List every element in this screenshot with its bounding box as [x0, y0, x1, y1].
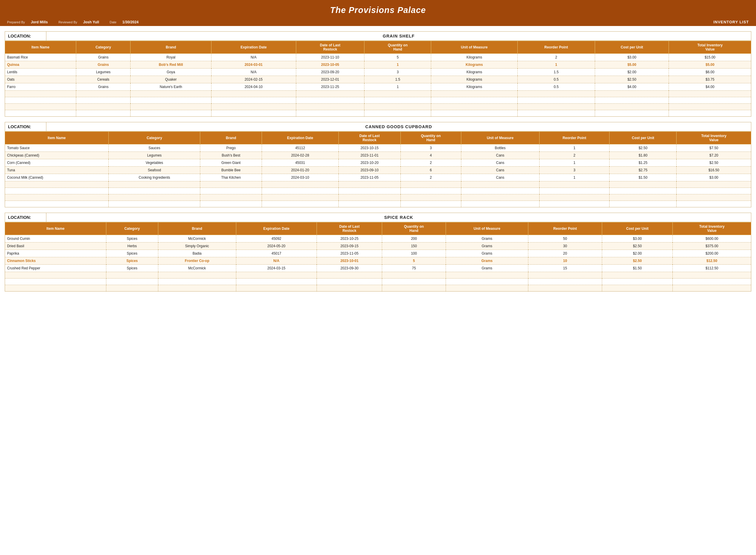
empty-row: [5, 188, 751, 195]
empty-cell-1-8: [602, 279, 673, 285]
empty-row: [5, 91, 751, 97]
cell-2-4: 2023-09-20: [296, 69, 364, 76]
table-row: OatsCerealsQuaker2024-02-152023-12-011.5…: [5, 76, 751, 83]
col-header-7: Reorder Point: [539, 132, 610, 144]
cell-1-7: 30: [528, 243, 602, 250]
col-header-4: Date of LastRestock: [317, 222, 382, 235]
cell-4-1: Cooking Ingredients: [109, 174, 200, 181]
empty-cell-2-6: [461, 195, 539, 201]
empty-cell-1-0: [5, 279, 106, 285]
cell-1-1: Herbs: [106, 243, 158, 250]
col-header-1: Category: [106, 222, 158, 235]
cell-2-7: 20: [528, 250, 602, 257]
date-value: 1/30/2024: [122, 20, 138, 24]
empty-cell-1-3: [211, 97, 296, 104]
cell-0-9: $600.00: [673, 235, 751, 243]
empty-cell-2-9: [673, 285, 751, 292]
empty-row: [5, 272, 751, 279]
empty-cell-2-1: [109, 195, 200, 201]
section-title-row-2: LOCATION:SPICE RACK: [5, 213, 751, 222]
cell-3-7: 10: [528, 257, 602, 265]
empty-cell-1-5: [400, 188, 461, 195]
empty-cell-1-6: [431, 97, 518, 104]
empty-cell-3-7: [518, 110, 595, 117]
cell-3-4: 2023-12-01: [296, 76, 364, 83]
prepared-by-label: Prepared By: [7, 20, 25, 24]
empty-cell-2-8: [610, 195, 676, 201]
empty-cell-1-5: [382, 279, 446, 285]
cell-3-5: 1.5: [364, 76, 431, 83]
inventory-table-1: Item NameCategoryBrandExpiration DateDat…: [5, 131, 751, 207]
cell-1-0: Chickpeas (Canned): [5, 152, 109, 159]
empty-cell-0-2: [158, 272, 236, 279]
cell-4-4: 2023-11-25: [296, 83, 364, 91]
empty-cell-1-0: [5, 188, 109, 195]
subheader: Prepared By Jord Mills Reviewed By Josh …: [0, 18, 756, 26]
cell-1-8: $5.00: [595, 61, 669, 69]
empty-cell-3-2: [200, 201, 262, 207]
cell-4-3: 2024-03-15: [236, 265, 317, 272]
cell-3-0: Tuna: [5, 167, 109, 174]
cell-0-1: Grains: [76, 54, 131, 61]
cell-2-8: $2.00: [602, 250, 673, 257]
section-title-row-1: LOCATION:CANNED GOODS CUPBOARD: [5, 122, 751, 131]
table-row: TunaSeafoodBumble Bee2024-01-202023-09-1…: [5, 167, 751, 174]
table-row: Tomato SauceSaucesPrego451122023-10-153B…: [5, 144, 751, 152]
empty-cell-0-6: [446, 272, 528, 279]
empty-cell-2-8: [595, 104, 669, 110]
cell-0-2: Royal: [131, 54, 211, 61]
cell-1-0: Dried Basil: [5, 243, 106, 250]
cell-0-3: 45112: [262, 144, 339, 152]
inventory-list-label: INVENTORY LIST: [713, 20, 749, 24]
empty-cell-1-1: [109, 188, 200, 195]
empty-cell-1-8: [610, 188, 676, 195]
cell-4-0: Farro: [5, 83, 76, 91]
table-row: Dried BasilHerbsSimply Organic2024-05-20…: [5, 243, 751, 250]
empty-cell-0-4: [296, 91, 364, 97]
section-0: LOCATION:GRAIN SHELFItem NameCategoryBra…: [5, 31, 751, 117]
cell-1-2: Bob's Red Mill: [131, 61, 211, 69]
cell-0-0: Ground Cumin: [5, 235, 106, 243]
cell-1-9: $7.20: [676, 152, 751, 159]
empty-cell-1-3: [262, 188, 339, 195]
empty-cell-0-5: [400, 181, 461, 188]
cell-1-8: $1.80: [610, 152, 676, 159]
cell-1-3: 2024-02-28: [262, 152, 339, 159]
cell-4-1: Grains: [76, 83, 131, 91]
empty-cell-3-6: [431, 110, 518, 117]
col-header-0: Item Name: [5, 222, 106, 235]
col-header-9: Total InventoryValue: [676, 132, 751, 144]
col-header-8: Cost per Unit: [595, 41, 669, 54]
header: The Provisions Palace: [0, 0, 756, 18]
empty-cell-0-1: [109, 181, 200, 188]
empty-cell-3-4: [339, 201, 400, 207]
cell-0-3: N/A: [211, 54, 296, 61]
empty-cell-1-9: [676, 188, 751, 195]
cell-0-0: Basmati Rice: [5, 54, 76, 61]
cell-3-2: Quaker: [131, 76, 211, 83]
col-header-4: Date of LastRestock: [296, 41, 364, 54]
empty-cell-1-4: [296, 97, 364, 104]
cell-1-3: 2024-05-20: [236, 243, 317, 250]
cell-2-2: Badia: [158, 250, 236, 257]
section-location-label: LOCATION:: [5, 122, 46, 131]
cell-3-1: Seafood: [109, 167, 200, 174]
col-header-9: Total InventoryValue: [669, 41, 751, 54]
cell-2-5: 3: [364, 69, 431, 76]
col-header-6: Unit of Measure: [461, 132, 539, 144]
cell-2-1: Vegetables: [109, 159, 200, 167]
col-header-2: Brand: [131, 41, 211, 54]
section-name-label: GRAIN SHELF: [46, 32, 751, 40]
cell-1-7: 1: [518, 61, 595, 69]
empty-cell-1-0: [5, 97, 76, 104]
cell-0-6: Bottles: [461, 144, 539, 152]
empty-cell-3-5: [364, 110, 431, 117]
cell-2-5: 2: [400, 159, 461, 167]
empty-cell-1-2: [131, 97, 211, 104]
reviewed-by-value: Josh Yull: [83, 20, 99, 24]
page-title: The Provisions Palace: [3, 5, 753, 15]
empty-cell-0-2: [200, 181, 262, 188]
empty-cell-3-6: [461, 201, 539, 207]
col-header-6: Unit of Measure: [446, 222, 528, 235]
empty-cell-2-5: [400, 195, 461, 201]
